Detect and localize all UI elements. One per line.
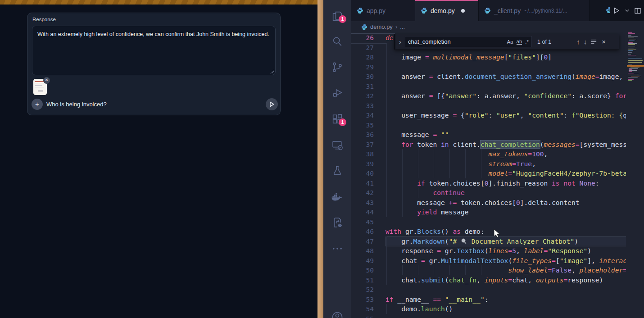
code-line[interactable]: 48 response = gr.Textbox(lines=5, label=… bbox=[351, 246, 626, 256]
line-number: 32 bbox=[351, 91, 374, 101]
code-line[interactable]: 35 bbox=[351, 120, 626, 130]
minimap-line bbox=[628, 80, 632, 81]
run-debug-icon[interactable] bbox=[331, 86, 344, 99]
find-next-icon[interactable]: ↓ bbox=[584, 38, 587, 45]
code-line[interactable]: 33 bbox=[351, 101, 626, 111]
code-line[interactable]: 53if __name__ == "__main__": bbox=[351, 295, 626, 304]
line-number: 50 bbox=[351, 265, 374, 275]
python-icon bbox=[361, 24, 367, 30]
mouse-cursor bbox=[494, 229, 501, 239]
code-line[interactable]: 36 message = "" bbox=[351, 130, 626, 140]
activity-bar: 1 1 bbox=[323, 0, 351, 318]
attach-file-button[interactable]: + bbox=[32, 99, 43, 110]
code-line[interactable]: 52 bbox=[351, 285, 626, 295]
run-python-file-icon[interactable] bbox=[612, 7, 620, 14]
code-line[interactable]: 46with gr.Blocks() as demo: bbox=[351, 227, 626, 236]
code-line[interactable]: 47 gr.Markdown("# Document Analyzer Chat… bbox=[351, 236, 626, 246]
minimap-line bbox=[628, 52, 632, 53]
find-widget: › chat_completion Aa ab .* 1 of 1 ↑ ↓ × bbox=[394, 34, 619, 50]
screenshot-root: Response With an extremely high level of… bbox=[0, 0, 644, 318]
line-number: 42 bbox=[351, 188, 374, 198]
line-number: 55 bbox=[351, 314, 374, 318]
code-line[interactable]: 30 answer = client.document_question_ans… bbox=[351, 72, 626, 82]
code-line[interactable]: 32 answer = [{"answer": a.answer, "confi… bbox=[351, 91, 626, 101]
breadcrumb-more[interactable]: ... bbox=[400, 23, 405, 30]
minimap[interactable] bbox=[627, 32, 644, 318]
minimap-line bbox=[628, 50, 633, 51]
line-number: 46 bbox=[351, 227, 374, 236]
response-textarea[interactable]: With an extremely high level of confiden… bbox=[32, 26, 276, 75]
code-line[interactable]: 49 chat = gr.MultimodalTextbox(file_type… bbox=[351, 256, 626, 266]
modified-dot-icon[interactable] bbox=[461, 9, 465, 13]
tab-client-py[interactable]: _client.py ~/.../python3.11/... bbox=[479, 0, 590, 21]
code-line[interactable]: 37 for token in client.chat_completion(m… bbox=[351, 140, 626, 150]
code-line[interactable]: 45 bbox=[351, 217, 626, 227]
code-line[interactable]: 38 max_tokens=100, bbox=[351, 149, 626, 159]
python-icon bbox=[484, 7, 491, 14]
send-button[interactable] bbox=[266, 98, 278, 110]
search-icon[interactable] bbox=[331, 35, 344, 48]
editor-actions bbox=[610, 0, 644, 21]
line-number: 48 bbox=[351, 246, 374, 256]
line-number: 53 bbox=[351, 295, 374, 304]
code-line[interactable]: 55 bbox=[351, 314, 626, 318]
more-icon[interactable] bbox=[331, 242, 344, 255]
line-number: 49 bbox=[351, 256, 374, 266]
line-number: 38 bbox=[351, 149, 374, 159]
window-divider[interactable] bbox=[317, 0, 323, 318]
account-icon[interactable] bbox=[331, 311, 344, 318]
code-line[interactable]: 39 stream=True, bbox=[351, 159, 626, 169]
remote-explorer-icon[interactable] bbox=[331, 139, 344, 151]
regex-icon[interactable]: .* bbox=[525, 39, 529, 45]
find-close-icon[interactable]: × bbox=[602, 38, 606, 45]
code-line[interactable]: 54 demo.launch() bbox=[351, 304, 626, 314]
line-number: 31 bbox=[351, 82, 374, 91]
breadcrumb: demo.py › ... bbox=[351, 21, 644, 32]
code-line[interactable]: 44 yield message bbox=[351, 207, 626, 217]
source-control-icon[interactable] bbox=[331, 61, 344, 73]
code-line[interactable]: 43 message += token.choices[0].delta.con… bbox=[351, 198, 626, 208]
find-input[interactable]: chat_completion Aa ab .* bbox=[405, 36, 532, 47]
find-in-selection-icon[interactable] bbox=[590, 38, 597, 45]
whole-word-icon[interactable]: ab bbox=[517, 39, 522, 45]
response-label: Response bbox=[32, 17, 56, 22]
code-line[interactable]: 51 chat.submit(chat_fn, inputs=chat, out… bbox=[351, 275, 626, 285]
tab-app-py[interactable]: app.py bbox=[351, 0, 415, 21]
line-number: 40 bbox=[351, 168, 374, 178]
response-text: With an extremely high level of confiden… bbox=[37, 31, 269, 37]
run-dropdown-chevron-icon[interactable] bbox=[625, 8, 630, 13]
line-number: 26 bbox=[351, 33, 374, 43]
file-settings-icon[interactable] bbox=[331, 216, 344, 229]
code-editor[interactable]: 26def chat_fn(multimodal_message):2728 i… bbox=[351, 32, 644, 318]
test-beaker-icon[interactable] bbox=[331, 164, 344, 177]
code-line[interactable]: 29 bbox=[351, 62, 626, 72]
find-expand-chevron-icon[interactable]: › bbox=[399, 38, 401, 45]
find-prev-icon[interactable]: ↑ bbox=[576, 38, 580, 45]
question-input[interactable]: Who is being invoiced? bbox=[46, 101, 107, 108]
code-line[interactable]: 40 model="HuggingFaceH4/zephyr-7b-beta", bbox=[351, 168, 626, 178]
code-line[interactable]: 42 continue bbox=[351, 188, 626, 198]
browser-theme-bar bbox=[0, 0, 317, 5]
line-number: 33 bbox=[351, 101, 374, 111]
code-lines[interactable]: 26def chat_fn(multimodal_message):2728 i… bbox=[351, 33, 626, 318]
code-line[interactable]: 31 bbox=[351, 82, 626, 91]
resize-handle[interactable] bbox=[270, 69, 274, 73]
minimap-line bbox=[628, 77, 638, 78]
line-number: 43 bbox=[351, 198, 374, 208]
minimap-line bbox=[629, 41, 635, 41]
split-editor-icon[interactable] bbox=[634, 7, 641, 14]
remove-image-button[interactable]: ✕ bbox=[43, 77, 50, 84]
python-icon bbox=[357, 7, 363, 14]
code-line[interactable]: 28 image = multimodal_message["files"][0… bbox=[351, 52, 626, 62]
code-line[interactable]: 41 if token.choices[0].finish_reason is … bbox=[351, 178, 626, 188]
code-line[interactable]: 50 show_label=False, placeholder="Upload… bbox=[351, 265, 626, 275]
find-match-count: 1 of 1 bbox=[537, 39, 551, 45]
minimap-line bbox=[628, 47, 637, 47]
tab-demo-py[interactable]: demo.py bbox=[415, 0, 479, 21]
docker-icon[interactable] bbox=[331, 190, 344, 204]
tab-description: ~/.../python3.11/... bbox=[524, 8, 567, 14]
match-case-icon[interactable]: Aa bbox=[507, 39, 513, 45]
breadcrumb-file[interactable]: demo.py bbox=[370, 23, 393, 30]
vscode-window: 1 1 app.py demo.py bbox=[323, 0, 644, 318]
code-line[interactable]: 34 user_message = {"role": "user", "cont… bbox=[351, 110, 626, 120]
